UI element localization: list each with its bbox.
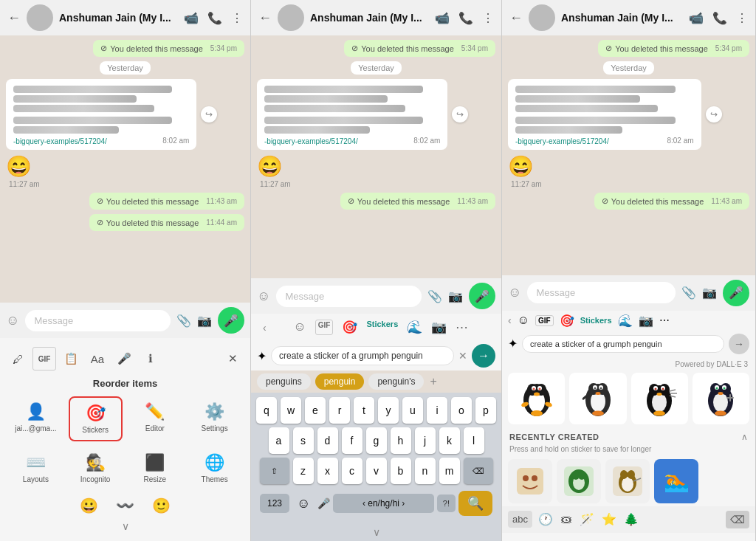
- mic-btn-1[interactable]: 🎤: [218, 307, 244, 334]
- key-j[interactable]: j: [415, 427, 436, 454]
- sticker-2[interactable]: [569, 373, 626, 424]
- kb-icon-draw[interactable]: 🖊: [6, 347, 30, 371]
- key-t[interactable]: t: [354, 397, 374, 424]
- key-n[interactable]: n: [415, 458, 436, 484]
- emoji-kb-btn-2[interactable]: ☺: [292, 493, 315, 514]
- sticker-nav-gif-3[interactable]: GIF: [535, 315, 554, 326]
- sticker-icon-3[interactable]: 🎟: [560, 513, 572, 526]
- sticker-3[interactable]: [631, 373, 688, 424]
- kb-nav-back-2[interactable]: ‹: [263, 322, 267, 334]
- message-field-3[interactable]: Message: [527, 282, 676, 303]
- recently-created-chevron-3[interactable]: ∧: [741, 432, 748, 442]
- key-p[interactable]: p: [475, 397, 496, 424]
- back-icon-1[interactable]: ←: [7, 10, 21, 26]
- key-m[interactable]: m: [439, 458, 460, 484]
- clear-search-btn-2[interactable]: ✕: [458, 350, 467, 362]
- nav-more-icon-2[interactable]: ⋯: [456, 320, 468, 335]
- sticker-nav-cam-3[interactable]: 📷: [639, 314, 653, 328]
- kb-icon-gif[interactable]: GIF: [32, 347, 56, 371]
- chevron-down-2[interactable]: ∨: [251, 523, 501, 541]
- suggestion-plus-icon[interactable]: +: [430, 375, 436, 388]
- wand-icon-3[interactable]: 🪄: [580, 512, 594, 526]
- punct-btn-2[interactable]: ?!: [437, 495, 456, 512]
- sticker-search-field-2[interactable]: create a sticker of a grumph penguin: [271, 346, 454, 365]
- video-icon-3[interactable]: 📹: [689, 11, 704, 25]
- sticker-tab-3[interactable]: Stickers: [580, 316, 612, 325]
- emoji-input-btn-2[interactable]: ☺: [257, 289, 270, 304]
- key-x[interactable]: x: [317, 458, 338, 484]
- key-d[interactable]: d: [317, 427, 338, 454]
- recent-sticker-4[interactable]: 🏊: [654, 459, 698, 503]
- kb-icon-clipboard[interactable]: 📋: [59, 347, 83, 371]
- key-q[interactable]: q: [256, 397, 277, 424]
- key-r[interactable]: r: [329, 397, 350, 424]
- suggestion-penguin[interactable]: penguin: [315, 373, 365, 390]
- key-w[interactable]: w: [281, 397, 301, 424]
- sticker-search-field-3[interactable]: create a sticker of a grumph penguin: [522, 335, 724, 353]
- icon-item-stickers[interactable]: 🎯 Stickers: [69, 396, 123, 441]
- key-y[interactable]: y: [378, 397, 399, 424]
- mic-small-2[interactable]: 🎤: [317, 497, 330, 509]
- nav-camera-icon-2[interactable]: 📷: [431, 320, 447, 335]
- kb-icon-info[interactable]: ℹ: [139, 347, 162, 371]
- nav-gif-icon-2[interactable]: GIF: [315, 320, 334, 335]
- more-icon-3[interactable]: ⋮: [736, 11, 748, 25]
- video-icon-1[interactable]: 📹: [184, 11, 199, 25]
- phone-icon-2[interactable]: 📞: [458, 11, 473, 25]
- kb-icon-mic[interactable]: 🎤: [112, 347, 136, 371]
- key-k[interactable]: k: [439, 427, 460, 454]
- message-field-1[interactable]: Message: [25, 310, 171, 331]
- camera-icon-3[interactable]: 📷: [702, 286, 717, 300]
- mic-btn-2[interactable]: 🎤: [469, 283, 495, 309]
- icon-item-editor[interactable]: ✏️ Editor: [128, 396, 182, 441]
- tree-icon-3[interactable]: 🌲: [624, 512, 639, 526]
- bottom-face-icon[interactable]: 🙂: [152, 497, 171, 514]
- sticker-go-btn-3[interactable]: →: [729, 334, 749, 354]
- key-s[interactable]: s: [293, 427, 314, 454]
- icon-item-resize[interactable]: ⬛ Resize: [128, 447, 182, 489]
- recent-sticker-1[interactable]: [508, 459, 552, 503]
- key-backspace[interactable]: ⌫: [464, 458, 493, 484]
- phone-icon-1[interactable]: 📞: [207, 11, 222, 25]
- bottom-wave-icon[interactable]: 〰️: [116, 497, 134, 514]
- sticker-tab-label-2[interactable]: Stickers: [366, 320, 398, 335]
- sticker-4[interactable]: [693, 373, 749, 424]
- more-icon-2[interactable]: ⋮: [482, 11, 494, 25]
- attachment-icon-3[interactable]: 📎: [681, 286, 696, 300]
- chevron-down-1[interactable]: ∨: [6, 517, 244, 535]
- key-u[interactable]: u: [402, 397, 423, 424]
- nav-emoji-icon-2[interactable]: ☺: [293, 320, 306, 335]
- key-c[interactable]: c: [342, 458, 362, 484]
- camera-icon-1[interactable]: 📷: [197, 314, 212, 328]
- more-icon-1[interactable]: ⋮: [231, 11, 243, 25]
- key-v[interactable]: v: [366, 458, 387, 484]
- lang-btn-2[interactable]: ‹ en/hg/hi ›: [333, 494, 433, 513]
- recent-sticker-3[interactable]: [605, 459, 650, 503]
- sticker-go-btn-2[interactable]: →: [472, 344, 495, 368]
- forward-btn-3[interactable]: ↪: [706, 106, 722, 123]
- icon-item-settings[interactable]: ⚙️ Settings: [188, 396, 241, 441]
- key-o[interactable]: o: [451, 397, 472, 424]
- mic-btn-3[interactable]: 🎤: [723, 280, 749, 306]
- abc-btn-3[interactable]: abc: [508, 511, 532, 528]
- sticker-1[interactable]: [508, 373, 565, 424]
- star-icon-3[interactable]: ⭐: [602, 512, 616, 526]
- sticker-nav-more-3[interactable]: ⋯: [659, 314, 670, 326]
- icon-item-themes[interactable]: 🌐 Themes: [188, 447, 241, 489]
- attachment-icon-1[interactable]: 📎: [176, 314, 191, 328]
- icon-item-incognito[interactable]: 🕵️ Incognito: [69, 447, 123, 489]
- key-a[interactable]: a: [269, 427, 289, 454]
- nav-sticker-icon-2[interactable]: 🎯: [342, 320, 357, 335]
- sticker-nav-back-3[interactable]: ‹: [508, 314, 512, 326]
- icon-item-layouts[interactable]: ⌨️ Layouts: [9, 447, 63, 489]
- message-field-2[interactable]: Message: [276, 286, 422, 307]
- icon-item-account[interactable]: 👤 jai...@gma...: [9, 396, 63, 441]
- key-shift[interactable]: ⇧: [260, 458, 289, 484]
- key-e[interactable]: e: [305, 397, 326, 424]
- key-l[interactable]: l: [464, 427, 484, 454]
- camera-icon-2[interactable]: 📷: [448, 289, 463, 303]
- search-btn-kb-2[interactable]: 🔍: [458, 491, 492, 516]
- sticker-nav-active-3[interactable]: 🎯: [560, 314, 574, 328]
- emoji-input-btn-3[interactable]: ☺: [508, 285, 521, 300]
- clock-icon-3[interactable]: 🕐: [538, 512, 553, 526]
